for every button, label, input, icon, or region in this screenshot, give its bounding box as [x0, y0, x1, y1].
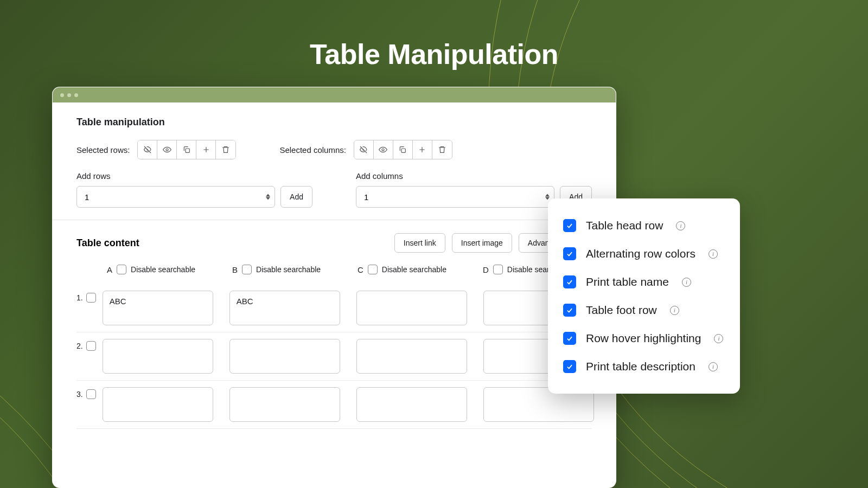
table-cell-input[interactable] — [103, 339, 213, 374]
trash-icon — [221, 145, 230, 154]
add-rows-button[interactable]: Add — [280, 186, 312, 208]
add-columns-input[interactable]: 1 — [356, 186, 554, 208]
option-checkbox[interactable] — [563, 275, 576, 288]
column-letter: A — [107, 265, 112, 274]
svg-point-0 — [166, 149, 168, 151]
check-icon — [566, 335, 573, 342]
disable-searchable-checkbox[interactable] — [493, 265, 503, 274]
table-row: 1.ABCABC — [76, 284, 592, 332]
option-label: Table head row — [586, 219, 663, 232]
eye-icon — [379, 145, 387, 154]
trash-icon — [438, 145, 446, 154]
table-cell-input[interactable] — [229, 387, 340, 422]
eye-icon — [163, 145, 171, 154]
check-icon — [566, 363, 573, 370]
column-letter: B — [232, 265, 238, 274]
duplicate-rows-button[interactable] — [177, 140, 196, 159]
info-icon[interactable]: i — [676, 221, 685, 230]
stepper-icon[interactable] — [545, 194, 550, 200]
window-dot — [67, 93, 71, 97]
info-icon[interactable]: i — [682, 278, 691, 287]
row-select-checkbox[interactable] — [86, 293, 96, 303]
disable-searchable-checkbox[interactable] — [368, 265, 378, 274]
table-cell-input[interactable]: ABC — [103, 291, 213, 325]
show-rows-button[interactable] — [157, 140, 177, 159]
column-header: CDisable searchable — [358, 265, 467, 274]
add-rows-input[interactable]: 1 — [76, 186, 275, 208]
insert-image-button[interactable]: Insert image — [452, 233, 512, 253]
check-icon — [566, 306, 573, 314]
row-select-checkbox[interactable] — [86, 341, 96, 351]
eye-off-icon — [359, 145, 368, 154]
row-number: 3. — [76, 390, 83, 399]
copy-icon — [398, 145, 407, 154]
app-window: Table manipulation Selected rows: Select… — [52, 87, 616, 488]
info-icon[interactable]: i — [670, 306, 679, 315]
selected-rows-toolbar: Selected rows: — [76, 140, 236, 159]
copy-icon — [182, 145, 191, 154]
add-rows-value: 1 — [85, 192, 89, 202]
table-area: ADisable searchableBDisable searchableCD… — [76, 262, 592, 429]
option-item: Alternating row colorsi — [563, 240, 725, 268]
row-number: 1. — [76, 293, 83, 302]
table-options-popover: Table head rowiAlternating row colorsiPr… — [548, 198, 740, 394]
hide-columns-button[interactable] — [354, 140, 374, 159]
eye-off-icon — [143, 145, 152, 154]
hide-rows-button[interactable] — [138, 140, 157, 159]
delete-rows-button[interactable] — [216, 140, 235, 159]
column-letter: C — [358, 265, 363, 274]
table-cell-input[interactable] — [356, 339, 467, 374]
check-icon — [566, 250, 573, 258]
section-heading-manipulation: Table manipulation — [76, 117, 592, 128]
table-cell-input[interactable]: ABC — [229, 291, 340, 325]
column-header: ADisable searchable — [107, 265, 216, 274]
selected-rows-label: Selected rows: — [76, 145, 130, 155]
option-item: Table head rowi — [563, 211, 725, 240]
info-icon[interactable]: i — [709, 249, 718, 259]
option-checkbox[interactable] — [563, 247, 576, 260]
svg-point-2 — [382, 149, 384, 151]
option-checkbox[interactable] — [563, 304, 576, 317]
info-icon[interactable]: i — [714, 334, 723, 343]
disable-searchable-label: Disable searchable — [256, 265, 321, 274]
add-column-button[interactable] — [413, 140, 432, 159]
option-label: Row hover highlighting — [586, 332, 701, 345]
option-label: Alternating row colors — [586, 247, 695, 260]
table-cell-input[interactable] — [229, 339, 340, 374]
row-icon-group — [137, 140, 236, 159]
insert-link-button[interactable]: Insert link — [394, 233, 445, 253]
option-item: Table foot rowi — [563, 296, 725, 324]
delete-columns-button[interactable] — [432, 140, 452, 159]
plus-icon — [418, 145, 426, 154]
table-cell-input[interactable] — [356, 291, 467, 325]
option-label: Print table description — [586, 360, 695, 373]
table-row: 2. — [76, 332, 592, 381]
check-icon — [566, 278, 573, 286]
option-checkbox[interactable] — [563, 360, 576, 373]
table-row: 3. — [76, 381, 592, 429]
show-columns-button[interactable] — [374, 140, 393, 159]
add-rows-label: Add rows — [76, 171, 312, 181]
column-icon-group — [354, 140, 452, 159]
svg-rect-1 — [186, 149, 189, 152]
add-row-button[interactable] — [196, 140, 216, 159]
plus-icon — [202, 145, 210, 154]
row-select-checkbox[interactable] — [86, 389, 96, 399]
disable-searchable-checkbox[interactable] — [117, 265, 126, 274]
column-letter: D — [483, 265, 489, 274]
check-icon — [566, 222, 573, 229]
duplicate-columns-button[interactable] — [393, 140, 413, 159]
option-checkbox[interactable] — [563, 219, 576, 232]
selected-columns-label: Selected columns: — [279, 145, 346, 155]
disable-searchable-label: Disable searchable — [131, 265, 195, 274]
row-number: 2. — [76, 342, 83, 350]
info-icon[interactable]: i — [709, 362, 718, 371]
option-checkbox[interactable] — [563, 332, 576, 345]
table-cell-input[interactable] — [356, 387, 467, 422]
option-item: Print table descriptioni — [563, 352, 725, 381]
stepper-icon[interactable] — [266, 194, 270, 200]
table-cell-input[interactable] — [103, 387, 213, 422]
disable-searchable-checkbox[interactable] — [242, 265, 252, 274]
window-chrome — [53, 87, 616, 102]
page-title: Table Manipulation — [0, 0, 868, 70]
